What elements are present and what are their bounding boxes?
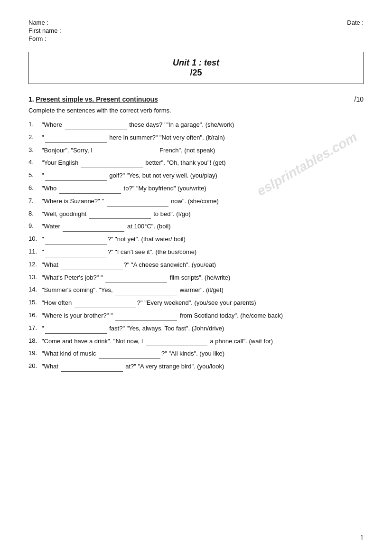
- fill-blank[interactable]: [45, 323, 107, 334]
- exercise-num: 14.: [28, 285, 42, 295]
- exercise-item: 4."Your English better". "Oh, thank you"…: [28, 158, 364, 168]
- exercise-item: 11." ?" "I can't see it". (the bus/come): [28, 247, 364, 257]
- page-number: 1: [360, 534, 364, 541]
- section1-header: 1. Present simple vs. Present continuous…: [28, 95, 364, 103]
- exercise-item: 2." here in summer?" "Not very often". (…: [28, 132, 364, 143]
- exercise-num: 16.: [28, 310, 42, 321]
- exercise-num: 1.: [28, 120, 42, 130]
- exercise-item: 1."Where these days?" "In a garage". (sh…: [28, 120, 364, 130]
- exercise-item: 9."Water at 100°C". (boil): [28, 221, 364, 232]
- exercise-item: 10." ?" "not yet". (that water/ boil): [28, 234, 364, 245]
- exercise-num: 17.: [28, 323, 42, 334]
- header-left: Name : First name : Form :: [28, 19, 61, 42]
- exercise-text: " ?" "not yet". (that water/ boil): [42, 234, 364, 245]
- form-label: Form :: [28, 35, 61, 42]
- section1-number: 1.: [28, 95, 34, 103]
- exercise-item: 17." fast?" "Yes, always. Too fast". (Jo…: [28, 323, 364, 334]
- exercise-item: 20."What at?" "A very strange bird". (yo…: [28, 361, 364, 372]
- exercise-item: 14."Summer's coming". "Yes, warmer". (it…: [28, 285, 364, 295]
- name-label: Name :: [28, 19, 61, 26]
- exercise-text: " ?" "I can't see it". (the bus/come): [42, 247, 364, 257]
- section1-title: Present simple vs. Present continuous: [36, 95, 158, 103]
- fill-blank[interactable]: [115, 310, 177, 321]
- fill-blank[interactable]: [146, 336, 207, 347]
- exercise-item: 12."What ?" "A cheese sandwich". (you/ea…: [28, 260, 364, 270]
- exercise-item: 5." golf?" "Yes, but not very well. (you…: [28, 170, 364, 181]
- fill-blank[interactable]: [81, 158, 143, 168]
- exercise-num: 13.: [28, 273, 42, 283]
- fill-blank[interactable]: [75, 298, 136, 308]
- exercise-item: 8."Well, goodnight to bed". (I/go): [28, 209, 364, 219]
- exercise-num: 12.: [28, 260, 42, 270]
- fill-blank[interactable]: [45, 170, 107, 181]
- exercise-num: 19.: [28, 348, 42, 359]
- exercise-text: "Where these days?" "In a garage". (she/…: [42, 120, 364, 130]
- exercise-item: 18."Come and have a drink". "Not now, I …: [28, 336, 364, 347]
- exercise-num: 4.: [28, 158, 42, 168]
- exercise-text: " fast?" "Yes, always. Too fast". (John/…: [42, 323, 364, 334]
- exercise-text: "Come and have a drink". "Not now, I a p…: [42, 336, 364, 347]
- exercise-text: " golf?" "Yes, but not very well. (you/p…: [42, 170, 364, 181]
- main-title: Unit 1 : test: [38, 58, 354, 68]
- exercises-list: 1."Where these days?" "In a garage". (sh…: [28, 120, 364, 372]
- section1-title-container: 1. Present simple vs. Present continuous: [28, 95, 158, 103]
- header-right: Date :: [347, 19, 364, 42]
- exercise-num: 9.: [28, 221, 42, 232]
- fill-blank[interactable]: [63, 221, 124, 232]
- exercise-item: 16."Where is your brother?" " from Scotl…: [28, 310, 364, 321]
- exercise-text: "Water at 100°C". (boil): [42, 221, 364, 232]
- exercise-num: 6.: [28, 183, 42, 194]
- fill-blank[interactable]: [95, 145, 157, 156]
- exercise-text: "What ?" "A cheese sandwich". (you/eat): [42, 260, 364, 270]
- header-section: Name : First name : Form : Date :: [28, 19, 364, 42]
- exercise-text: "Summer's coming". "Yes, warmer". (it/ge…: [42, 285, 364, 295]
- exercise-num: 2.: [28, 132, 42, 143]
- exercise-text: "How often ?" "Every weekend". (you/see …: [42, 298, 364, 308]
- exercise-num: 15.: [28, 298, 42, 308]
- instruction: Complete the sentences with the correct …: [28, 107, 364, 114]
- exercise-text: "Where is Suzanne?" " now". (she/come): [42, 196, 364, 207]
- fill-blank[interactable]: [65, 120, 127, 130]
- fill-blank[interactable]: [105, 273, 167, 283]
- exercise-text: " here in summer?" "Not very often". (it…: [42, 132, 364, 143]
- exercise-num: 8.: [28, 209, 42, 219]
- fill-blank[interactable]: [89, 209, 151, 219]
- exercise-text: "Who to?" "My boyfriend" (you/write): [42, 183, 364, 194]
- exercise-item: 6."Who to?" "My boyfriend" (you/write): [28, 183, 364, 194]
- exercise-text: "What at?" "A very strange bird". (you/l…: [42, 361, 364, 372]
- fill-blank[interactable]: [99, 348, 160, 359]
- exercise-num: 5.: [28, 170, 42, 181]
- title-box: Unit 1 : test /25: [28, 52, 364, 84]
- exercise-num: 3.: [28, 145, 42, 156]
- exercise-text: "Bonjour". "Sorry, I French". (not speak…: [42, 145, 364, 156]
- fill-blank[interactable]: [107, 196, 168, 207]
- fill-blank[interactable]: [115, 285, 177, 295]
- fill-blank[interactable]: [45, 234, 107, 245]
- firstname-label: First name :: [28, 27, 61, 34]
- header-line: Name : First name : Form : Date :: [28, 19, 364, 42]
- fill-blank[interactable]: [61, 361, 123, 372]
- fill-blank[interactable]: [45, 132, 107, 143]
- exercise-text: "What's Peter's job?" " film scripts". (…: [42, 273, 364, 283]
- exercise-item: 15."How often ?" "Every weekend". (you/s…: [28, 298, 364, 308]
- exercise-item: 7."Where is Suzanne?" " now". (she/come): [28, 196, 364, 207]
- exercise-num: 11.: [28, 247, 42, 257]
- fill-blank[interactable]: [45, 247, 107, 257]
- exercise-text: "Where is your brother?" " from Scotland…: [42, 310, 364, 321]
- exercise-item: 19."What kind of music ?" "All kinds". (…: [28, 348, 364, 359]
- exercise-item: 3."Bonjour". "Sorry, I French". (not spe…: [28, 145, 364, 156]
- exercise-item: 13."What's Peter's job?" " film scripts"…: [28, 273, 364, 283]
- fill-blank[interactable]: [59, 183, 121, 194]
- exercise-num: 20.: [28, 361, 42, 372]
- score-title: /25: [38, 68, 354, 78]
- exercise-text: "Your English better". "Oh, thank you"! …: [42, 158, 364, 168]
- section1-score: /10: [355, 95, 364, 103]
- exercise-num: 10.: [28, 234, 42, 245]
- exercise-text: "Well, goodnight to bed". (I/go): [42, 209, 364, 219]
- fill-blank[interactable]: [61, 260, 123, 270]
- exercise-num: 18.: [28, 336, 42, 347]
- exercise-num: 7.: [28, 196, 42, 207]
- date-label: Date :: [347, 19, 364, 26]
- exercise-text: "What kind of music ?" "All kinds". (you…: [42, 348, 364, 359]
